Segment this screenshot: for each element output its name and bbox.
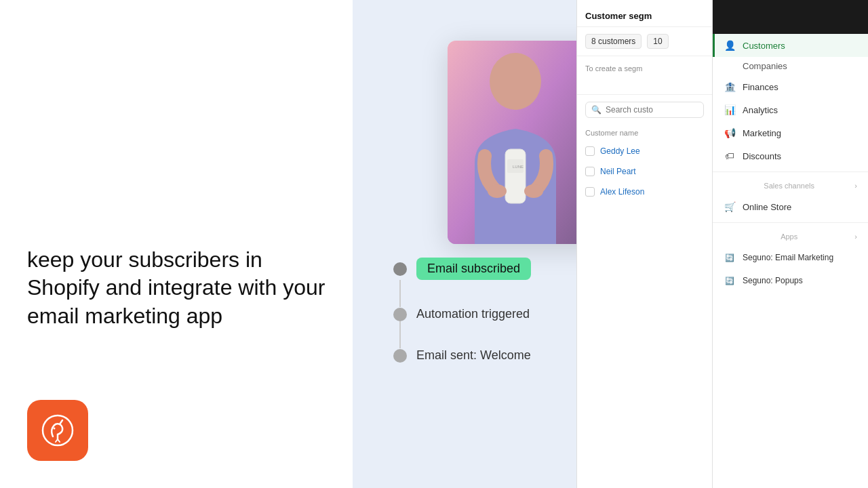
- sidebar-top-bar: [713, 0, 868, 34]
- sidebar-analytics-label: Analytics: [743, 105, 778, 115]
- apps-chevron-icon: ›: [854, 232, 857, 241]
- sidebar-item-seguno-popups[interactable]: 🔄 Seguno: Popups: [713, 269, 868, 292]
- marketing-icon: 📢: [724, 127, 736, 139]
- popup-image: LUNE: [448, 41, 583, 244]
- svg-text:LUNE: LUNE: [513, 165, 524, 169]
- svg-point-1: [54, 428, 56, 430]
- segment-header: Customer segm: [577, 0, 712, 27]
- svg-point-7: [488, 184, 507, 198]
- list-item: Neil Peart: [577, 161, 712, 182]
- seguno-email-icon: 🔄: [724, 251, 736, 264]
- sidebar-divider-2: [713, 222, 868, 223]
- customer-checkbox-1[interactable]: [585, 146, 595, 156]
- sidebar-item-analytics[interactable]: 📊 Analytics: [713, 98, 868, 121]
- automation-flow: Email subscribed Automation triggered Em…: [393, 258, 531, 363]
- sidebar-item-online-store[interactable]: 🛒 Online Store: [713, 195, 868, 218]
- logo-container: [27, 400, 88, 461]
- sidebar-sub-companies[interactable]: Companies: [713, 57, 868, 75]
- sales-channels-chevron-icon: ›: [854, 182, 857, 190]
- customer-count-badge: 8 customers: [585, 34, 642, 49]
- sidebar-seguno-popups-label: Seguno: Popups: [743, 276, 803, 285]
- customer-list: Geddy Lee Neil Peart Alex Lifeson: [577, 141, 712, 202]
- sales-channels-label: Sales channels: [764, 182, 814, 190]
- flow-label-1: Email subscribed: [416, 258, 531, 280]
- sidebar-companies-label: Companies: [743, 61, 787, 71]
- sidebar-marketing-label: Marketing: [743, 128, 781, 138]
- customer-name-1: Geddy Lee: [600, 146, 640, 156]
- left-text-block: keep your subscribers in Shopify and int…: [27, 246, 326, 331]
- sidebar-finances-label: Finances: [743, 82, 778, 92]
- sidebar-item-finances[interactable]: 🏦 Finances: [713, 75, 868, 98]
- sidebar-item-marketing[interactable]: 📢 Marketing: [713, 121, 868, 144]
- sidebar-seguno-email-label: Seguno: Email Marketing: [743, 253, 833, 262]
- flow-connector-1: [399, 280, 401, 307]
- sidebar-item-discounts[interactable]: 🏷 Discounts: [713, 144, 868, 167]
- analytics-icon: 📊: [724, 104, 736, 116]
- left-panel: keep your subscribers in Shopify and int…: [0, 0, 353, 488]
- list-item: Alex Lifeson: [577, 182, 712, 202]
- segment-stats: 8 customers 10: [577, 27, 712, 56]
- svg-point-0: [43, 415, 73, 445]
- customer-name-2: Neil Peart: [600, 167, 636, 176]
- flow-dot-2: [393, 308, 407, 321]
- sidebar-sales-channels[interactable]: Sales channels ›: [713, 176, 868, 195]
- sidebar-divider-1: [713, 171, 868, 172]
- sidebar-online-store-label: Online Store: [743, 202, 791, 212]
- apps-label: Apps: [781, 232, 797, 241]
- search-icon: 🔍: [591, 105, 601, 115]
- shopify-sidebar: 👤 Customers Companies 🏦 Finances 📊 Analy…: [712, 0, 868, 488]
- logo-icon: [39, 412, 76, 449]
- flow-item-2: Automation triggered: [393, 307, 530, 321]
- sidebar-item-seguno-email[interactable]: 🔄 Seguno: Email Marketing: [713, 246, 868, 269]
- search-box[interactable]: 🔍: [585, 102, 704, 118]
- flow-item-1: Email subscribed: [393, 258, 531, 280]
- seguno-popups-icon: 🔄: [724, 274, 736, 287]
- customers-icon: 👤: [724, 39, 736, 52]
- customer-search-input[interactable]: [606, 105, 698, 115]
- svg-point-8: [524, 184, 543, 198]
- segment-empty-text: To create a segm: [577, 56, 712, 81]
- flow-item-3: Email sent: Welcome: [393, 348, 531, 363]
- popup-person-image: LUNE: [448, 41, 583, 244]
- flow-label-2: Automation triggered: [416, 307, 530, 321]
- customer-checkbox-3[interactable]: [585, 187, 595, 197]
- online-store-icon: 🛒: [724, 201, 736, 213]
- segment-search-area: 🔍: [577, 94, 712, 125]
- svg-point-3: [490, 53, 541, 110]
- flow-label-3: Email sent: Welcome: [416, 348, 531, 363]
- sidebar-discounts-label: Discounts: [743, 151, 781, 161]
- sidebar-apps-header[interactable]: Apps ›: [713, 227, 868, 246]
- finances-icon: 🏦: [724, 81, 736, 93]
- sidebar-customers-label: Customers: [743, 41, 785, 51]
- svg-rect-4: [505, 149, 526, 203]
- flow-dot-1: [393, 262, 407, 276]
- list-item: Geddy Lee: [577, 141, 712, 161]
- customer-list-header: Customer name: [577, 125, 712, 141]
- discounts-icon: 🏷: [724, 150, 736, 162]
- flow-dot-3: [393, 349, 407, 363]
- main-headline: keep your subscribers in Shopify and int…: [27, 246, 326, 331]
- customer-name-3: Alex Lifeson: [600, 187, 644, 197]
- sidebar-item-customers[interactable]: 👤 Customers: [713, 34, 868, 57]
- flow-connector-2: [399, 321, 401, 348]
- customer-count-badge-2: 10: [647, 34, 668, 49]
- customer-checkbox-2[interactable]: [585, 167, 595, 176]
- right-panel: LUNE ✕ Welcome. Enjoy 10% off. Sign up f…: [353, 0, 868, 488]
- customer-segment-panel: Customer segm 8 customers 10 To create a…: [576, 0, 712, 488]
- logo-box: [27, 400, 88, 461]
